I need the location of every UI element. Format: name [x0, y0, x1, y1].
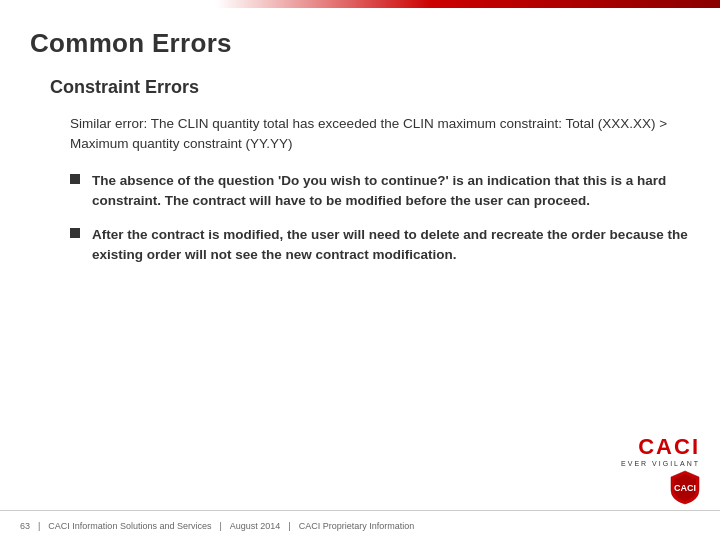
- bullet-text-1: The absence of the question 'Do you wish…: [92, 171, 690, 212]
- caci-tagline: EVER VIGILANT: [621, 460, 700, 467]
- page-title: Common Errors: [30, 28, 690, 59]
- caci-logo-text: CACI: [638, 436, 700, 458]
- footer-sep-1: |: [38, 521, 40, 531]
- footer-classification: CACI Proprietary Information: [299, 521, 415, 531]
- footer-sep-2: |: [219, 521, 221, 531]
- top-accent-bar: [0, 0, 720, 8]
- bullet-icon: [70, 228, 80, 238]
- svg-text:CACI: CACI: [674, 483, 696, 493]
- footer-sep-3: |: [288, 521, 290, 531]
- caci-shield-icon: CACI: [670, 470, 700, 505]
- bullet-icon: [70, 174, 80, 184]
- main-content: Common Errors Constraint Errors Similar …: [0, 8, 720, 510]
- footer-content: 63 | CACI Information Solutions and Serv…: [20, 521, 414, 531]
- list-item: After the contract is modified, the user…: [70, 225, 690, 266]
- bullet-list: The absence of the question 'Do you wish…: [70, 171, 690, 266]
- footer-date: August 2014: [230, 521, 281, 531]
- list-item: The absence of the question 'Do you wish…: [70, 171, 690, 212]
- section-subtitle: Constraint Errors: [50, 77, 690, 98]
- footer-page-number: 63: [20, 521, 30, 531]
- footer-company: CACI Information Solutions and Services: [48, 521, 211, 531]
- similar-error-text: Similar error: The CLIN quantity total h…: [70, 114, 690, 155]
- footer: 63 | CACI Information Solutions and Serv…: [0, 510, 720, 540]
- caci-logo: CACI EVER VIGILANT CACI: [621, 436, 700, 505]
- bullet-text-2: After the contract is modified, the user…: [92, 225, 690, 266]
